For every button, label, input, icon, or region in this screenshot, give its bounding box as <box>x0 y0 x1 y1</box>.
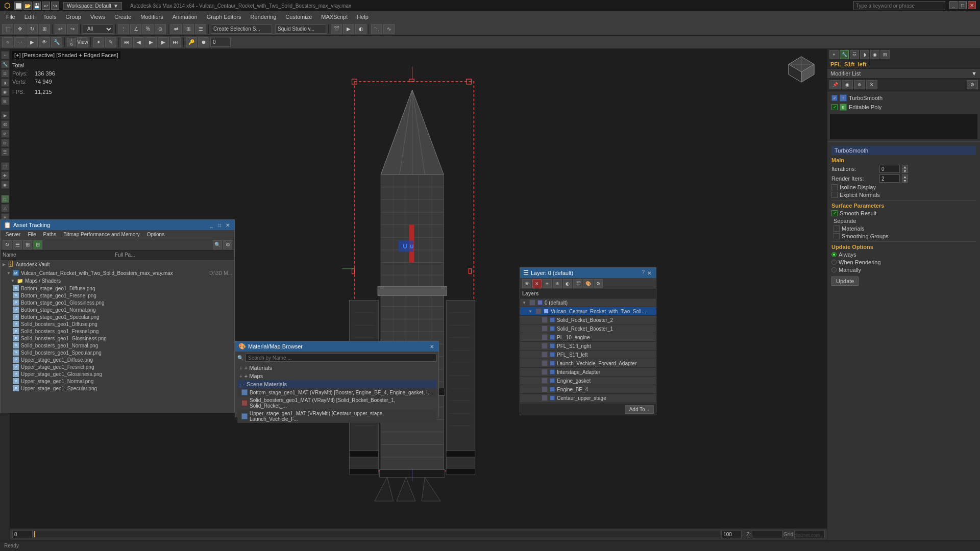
lw-row-4[interactable]: PFL_S1ft_right <box>520 342 656 350</box>
at-folder-row[interactable]: ▼ 📁 Maps / Shaders <box>1 277 234 285</box>
lw-hide[interactable]: ◐ <box>563 279 572 288</box>
mb-close[interactable]: ✕ <box>428 343 435 350</box>
configure-icon[interactable]: ⚙ <box>967 80 978 89</box>
iterations-input[interactable] <box>879 165 900 173</box>
at-project-row[interactable]: ▼ M Vulcan_Centaur_Rocket_with_Two_Solid… <box>1 269 234 277</box>
at-refresh[interactable]: ↻ <box>3 240 12 249</box>
active-shade[interactable]: ◐ <box>355 24 366 34</box>
isoline-checkbox[interactable] <box>831 184 838 190</box>
angle-snap[interactable]: ∠ <box>130 24 141 34</box>
select-tool[interactable]: ⬚ <box>2 24 13 34</box>
lw-row-9[interactable]: Engine_BE_4 <box>520 385 656 394</box>
at-file-11[interactable]: P Upper_stage_geo1_Fresnel.png <box>1 363 234 370</box>
menu-animation[interactable]: Animation <box>168 13 202 21</box>
at-maximize[interactable]: □ <box>216 221 223 229</box>
spinner-snap[interactable]: ⊙ <box>155 24 166 34</box>
maximize-button[interactable]: □ <box>959 1 967 9</box>
at-file-5[interactable]: P Solid_boosters_geo1_Diffuse.png <box>1 320 234 328</box>
menu-graph-editors[interactable]: Graph Editors <box>203 13 246 21</box>
redo-button[interactable]: ↪ <box>51 2 59 10</box>
select-filter-icon[interactable]: ☰ <box>1 148 9 156</box>
iterations-up[interactable]: ▲ <box>902 165 908 169</box>
lw-vis-5[interactable] <box>542 352 548 358</box>
modify-tab[interactable]: 🔧 <box>840 50 849 59</box>
menu-customize[interactable]: Customize <box>281 13 316 21</box>
lw-row-selected[interactable]: ▼ Vulcan_Centaur_Rocket_with_Two_Solid_B… <box>520 307 656 316</box>
at-file-14[interactable]: P Upper_stage_geo1_Specular.png <box>1 385 234 392</box>
display-tab[interactable]: ◉ <box>870 50 879 59</box>
menu-maxscript[interactable]: MAXScript <box>317 13 352 21</box>
menu-edit[interactable]: Edit <box>20 13 38 21</box>
render-iters-input[interactable] <box>879 174 900 183</box>
at-checked[interactable]: ⊟ <box>33 240 42 249</box>
lw-settings[interactable]: ⚙ <box>594 279 603 288</box>
workspace-selector[interactable]: Workspace: Default ▼ <box>63 2 122 10</box>
save-button[interactable]: 💾 <box>33 2 41 10</box>
lw-vis-sel[interactable] <box>535 308 542 314</box>
mb-materials-section[interactable]: + + Materials <box>237 364 436 372</box>
make-unique-icon[interactable]: ⊕ <box>854 80 865 89</box>
menu-file[interactable]: File <box>2 13 19 21</box>
next-frame[interactable]: ▶ <box>158 37 169 47</box>
lw-row-5[interactable]: PFL_S1ft_left <box>520 350 656 359</box>
move-coord[interactable]: + <box>67 38 76 42</box>
create-tab[interactable]: + <box>829 50 839 59</box>
motion[interactable]: ▶ <box>27 37 38 47</box>
lw-vis-10[interactable] <box>542 395 548 401</box>
at-grid[interactable]: ⊞ <box>23 240 32 249</box>
rotate-tool[interactable]: ↻ <box>27 24 38 34</box>
always-radio[interactable] <box>831 252 837 257</box>
frame-start-input[interactable] <box>12 530 33 538</box>
object-paint[interactable]: ✎ <box>105 37 116 47</box>
remove-mod-icon[interactable]: ✕ <box>866 80 877 89</box>
frame-end-input[interactable] <box>721 530 742 538</box>
lw-row-3[interactable]: PL_10_engine <box>520 333 656 342</box>
at-options[interactable]: Options <box>144 231 167 238</box>
lw-close[interactable]: ✕ <box>646 269 653 277</box>
update-button[interactable]: Update <box>831 277 859 286</box>
lw-row-0[interactable]: ▼ 0 (default) <box>520 298 656 307</box>
at-list[interactable]: ☰ <box>13 240 22 249</box>
menu-tools[interactable]: Tools <box>39 13 61 21</box>
at-file[interactable]: File <box>24 231 39 238</box>
lw-row-1[interactable]: Solid_Rocket_Booster_2 <box>520 316 656 324</box>
scene-mat-row-0[interactable]: Bottom_stage_geo1_MAT (VRayMtl) [Booster… <box>237 388 436 396</box>
at-file-0[interactable]: P Bottom_stage_geo1_Diffuse.png <box>1 285 234 292</box>
viewport-label[interactable]: [+] [Perspective] [Shaded + Edged Faces] <box>12 51 120 59</box>
edpoly-vis[interactable]: ✓ <box>831 104 838 110</box>
window-cross-icon[interactable]: ✚ <box>1 171 9 180</box>
iterations-spinner[interactable]: ▲ ▼ <box>902 165 908 173</box>
utilities-tab[interactable]: ⊞ <box>880 50 890 59</box>
modify-panel-icon[interactable]: 🔧 <box>1 60 9 68</box>
view-btn[interactable]: View <box>77 37 88 47</box>
last-frame[interactable]: ⏭ <box>170 37 181 47</box>
align-tool[interactable]: ⊞ <box>183 24 194 34</box>
at-minimize[interactable]: _ <box>208 221 215 229</box>
at-search[interactable]: 🔍 <box>213 240 222 249</box>
lw-color[interactable]: 🎨 <box>583 279 593 288</box>
mb-maps-section[interactable]: + + Maps <box>237 372 436 380</box>
prev-frame[interactable]: ◀ <box>133 37 144 47</box>
render-iters-up[interactable]: ▲ <box>902 174 908 179</box>
at-file-2[interactable]: P Bottom_stage_geo1_Glossiness.png <box>1 299 234 306</box>
at-file-4[interactable]: P Bottom_stage_geo1_Specular.png <box>1 313 234 320</box>
utilities-panel-icon[interactable]: ⊞ <box>1 97 9 105</box>
object-mode[interactable]: ○ <box>2 37 13 47</box>
open-button[interactable]: 📂 <box>23 2 32 10</box>
when-rendering-radio[interactable] <box>831 260 837 265</box>
at-paths[interactable]: Paths <box>40 231 60 238</box>
pin-stack-icon[interactable]: 📌 <box>829 80 841 89</box>
motion-panel-icon[interactable]: ◗ <box>1 79 9 87</box>
lw-row-2[interactable]: Solid_Rocket_Booster_1 <box>520 324 656 333</box>
shapes-icon[interactable]: △ <box>1 204 9 212</box>
display-panel-icon[interactable]: ◉ <box>1 88 9 96</box>
mb-scene-mat-section[interactable]: - - Scene Materials <box>237 380 436 388</box>
render-setup[interactable]: 🎬 <box>331 24 342 34</box>
select-region-icon[interactable]: ⬚ <box>1 162 9 170</box>
timeline-bar[interactable] <box>34 531 720 538</box>
rot-coord[interactable]: ↻ <box>67 42 76 46</box>
smooth-result-checkbox[interactable]: ✓ <box>831 210 838 216</box>
lw-row-10[interactable]: Centaur_upper_stage <box>520 394 656 403</box>
close-button[interactable]: ✕ <box>968 1 976 9</box>
geometry-icon[interactable]: ◻ <box>1 195 9 203</box>
